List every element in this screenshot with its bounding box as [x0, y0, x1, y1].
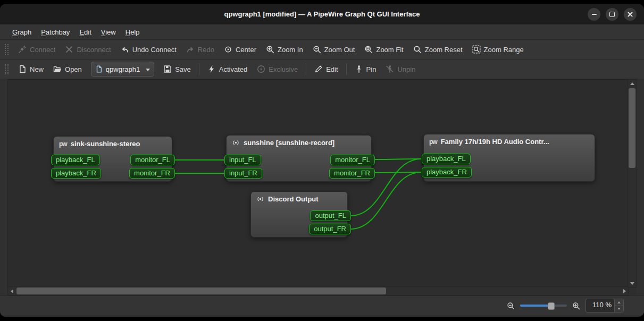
chevron-down-icon [146, 69, 150, 71]
port-playback_FR[interactable]: playback_FR [422, 167, 472, 178]
scroll-down-button[interactable] [628, 280, 636, 287]
session-combo[interactable]: qpwgraph1 [91, 62, 154, 77]
slider-fill [520, 305, 550, 307]
pin-button[interactable]: Pin [350, 62, 381, 77]
zoom-controls: 110 % [507, 299, 624, 312]
arrow-up-icon [630, 82, 634, 85]
scroll-left-button[interactable] [8, 287, 15, 295]
edit-button[interactable]: Edit [310, 62, 342, 77]
connection-sunshine-to-family-fl[interactable] [374, 159, 421, 159]
connect-button[interactable]: Connect [13, 42, 60, 57]
center-label: Center [236, 46, 256, 54]
zoom-out-button[interactable]: Zoom Out [308, 42, 360, 57]
menu-edit[interactable]: Edit [74, 27, 96, 38]
toolbar-drag-handle[interactable] [5, 44, 9, 55]
document-icon [95, 65, 103, 73]
close-icon [628, 12, 633, 17]
pipewire-icon: pw [429, 138, 437, 146]
zoom-out-icon [507, 302, 515, 310]
zoom-reset-button[interactable]: Zoom Reset [408, 42, 467, 57]
minimize-button[interactable] [588, 8, 600, 21]
open-button[interactable]: Open [48, 62, 87, 77]
node-sink-sunshine-stereo[interactable]: pw sink-sunshine-stereo playback_FL play… [53, 136, 172, 182]
port-playback_FL[interactable]: playback_FL [422, 154, 471, 164]
horizontal-scrollbar-thumb[interactable] [16, 288, 386, 294]
window-controls [588, 8, 637, 21]
new-button[interactable]: New [13, 62, 48, 77]
zoom-slider[interactable] [520, 302, 567, 309]
port-output_FL[interactable]: output_FL [310, 210, 351, 221]
toolbar-separator [199, 63, 199, 75]
save-label: Save [175, 65, 191, 73]
spin-up-button[interactable] [615, 299, 623, 306]
port-playback_FL[interactable]: playback_FL [51, 155, 100, 165]
port-output_FR[interactable]: output_FR [309, 224, 351, 234]
port-playback_FR[interactable]: playback_FR [51, 168, 101, 179]
node-title: sunshine [sunshine-record] [244, 139, 334, 147]
zoom-in-button[interactable]: Zoom In [261, 42, 308, 57]
port-monitor_FR[interactable]: monitor_FR [329, 168, 375, 179]
port-input_FL[interactable]: input_FL [224, 155, 261, 165]
zoom-value[interactable]: 110 % [586, 299, 614, 312]
menu-graph[interactable]: Graph [7, 27, 36, 38]
connection-sunshine-to-family-fr[interactable] [374, 172, 421, 173]
toolbar-separator [306, 63, 306, 75]
toolbar-drag-handle[interactable] [5, 64, 9, 74]
scroll-right-button[interactable] [621, 287, 628, 295]
monitor-icon [232, 139, 240, 147]
exclusive-button[interactable]: Exclusive [252, 62, 303, 77]
scroll-up-button[interactable] [628, 80, 636, 87]
port-monitor_FR[interactable]: monitor_FR [129, 168, 175, 179]
node-header: Discord Output [251, 192, 347, 203]
pencil-icon [314, 65, 323, 73]
zoom-fit-icon [364, 45, 373, 54]
menu-view[interactable]: View [96, 27, 121, 38]
menu-patchbay[interactable]: Patchbay [36, 27, 74, 38]
exclusive-icon [257, 65, 265, 73]
redo-icon [186, 45, 195, 54]
center-button[interactable]: Center [219, 42, 261, 57]
window-title: qpwgraph1 [modified] — A PipeWire Graph … [0, 4, 644, 24]
port-monitor_FL[interactable]: monitor_FL [130, 155, 175, 165]
maximize-button[interactable] [606, 8, 618, 21]
disconnect-button[interactable]: Disconnect [60, 42, 115, 57]
undo-connect-button[interactable]: Undo Connect [116, 42, 181, 57]
title-bar[interactable]: qpwgraph1 [modified] — A PipeWire Graph … [0, 4, 644, 24]
node-sunshine[interactable]: sunshine [sunshine-record] input_FL inpu… [226, 135, 372, 182]
undo-label: Undo Connect [132, 46, 177, 54]
pipewire-icon: pw [59, 140, 67, 148]
unpin-button[interactable]: Unpin [381, 62, 420, 77]
port-monitor_FL[interactable]: monitor_FL [330, 155, 375, 165]
zoom-fit-button[interactable]: Zoom Fit [359, 42, 408, 57]
pin-icon [355, 65, 363, 73]
horizontal-scrollbar[interactable] [7, 286, 629, 295]
redo-button[interactable]: Redo [181, 42, 219, 57]
vertical-scrollbar[interactable] [628, 79, 637, 288]
arrow-down-icon [617, 308, 621, 310]
zoom-out-icon [313, 45, 321, 54]
zoom-in-label: Zoom In [278, 46, 303, 54]
menu-bar: Graph Patchbay Edit View Help [0, 24, 644, 40]
port-input_FR[interactable]: input_FR [224, 168, 262, 179]
menu-help[interactable]: Help [121, 27, 145, 38]
node-discord-output[interactable]: Discord Output output_FL output_FR [250, 191, 348, 238]
spin-buttons [614, 299, 623, 312]
node-family-hd-audio[interactable]: pw Family 17h/19h HD Audio Contr... play… [423, 134, 595, 182]
zoom-range-button[interactable]: Zoom Range [467, 42, 529, 57]
unpin-label: Unpin [397, 65, 415, 73]
activated-button[interactable]: Activated [203, 62, 252, 77]
zoom-fit-label: Zoom Fit [376, 46, 403, 54]
zoom-spinbox[interactable]: 110 % [586, 299, 624, 312]
open-folder-icon [53, 65, 62, 73]
close-button[interactable] [624, 8, 637, 21]
graph-canvas[interactable]: pw sink-sunshine-stereo playback_FL play… [7, 79, 629, 288]
save-button[interactable]: Save [158, 62, 196, 77]
session-toolbar: New Open qpwgraph1 [0, 60, 644, 79]
spin-down-button[interactable] [615, 306, 623, 312]
zoom-reset-icon [413, 45, 422, 54]
node-title: sink-sunshine-stereo [71, 140, 140, 148]
zoom-range-icon [472, 45, 481, 54]
vertical-scrollbar-thumb[interactable] [629, 88, 635, 168]
zoom-slider-handle[interactable] [548, 302, 555, 310]
connections-layer [8, 80, 629, 288]
